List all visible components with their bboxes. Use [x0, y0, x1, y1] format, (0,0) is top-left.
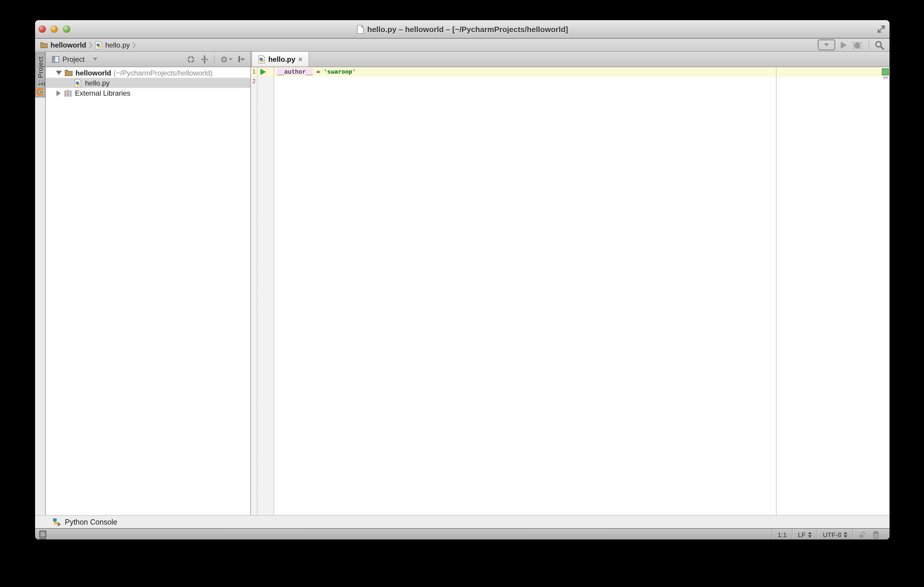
project-tree: helloworld (~/PycharmProjects/helloworld…: [46, 67, 250, 515]
run-toolbar: [818, 39, 884, 51]
hide-panel-icon[interactable]: [238, 55, 246, 63]
chevron-down-icon: [824, 43, 829, 46]
navigation-bar: helloworld hello.py: [35, 39, 889, 52]
tool-window-stripe: 1: Project: [35, 52, 46, 515]
highlight-stripe-marker[interactable]: [883, 77, 888, 79]
tree-row-external-libraries[interactable]: External Libraries: [46, 88, 250, 98]
chevron-right-icon: [89, 41, 93, 48]
gutter-separator: [257, 67, 257, 515]
chevron-down-icon: [229, 58, 233, 60]
tree-row-hello-py[interactable]: hello.py: [46, 78, 250, 88]
zoom-window-button[interactable]: [63, 26, 70, 33]
editor-tab-hello-py[interactable]: hello.py ×: [251, 52, 309, 67]
gear-icon: ⚙: [220, 55, 228, 63]
tree-node-label: hello.py: [85, 79, 110, 87]
unlock-icon[interactable]: [859, 531, 866, 539]
caret-position: 1:1: [777, 531, 787, 538]
tree-node-path: (~/PycharmProjects/helloworld): [114, 69, 213, 77]
header-separator: [214, 55, 215, 63]
run-button[interactable]: [841, 41, 847, 48]
status-bar: 1:1 LF UTF-8: [35, 529, 889, 539]
inspection-hector-icon[interactable]: [872, 530, 880, 539]
expanded-arrow-icon[interactable]: [56, 71, 62, 75]
panel-header-actions: ⚙: [187, 55, 246, 63]
line-number: 1: [251, 67, 256, 77]
caret-position-widget[interactable]: 1:1: [772, 529, 792, 539]
python-console-button[interactable]: Python Console: [52, 518, 117, 526]
python-file-icon: [74, 79, 81, 87]
toggle-tool-window-stripes-icon[interactable]: [39, 531, 46, 538]
pycharm-window: hello.py – helloworld – [~/PycharmProjec…: [35, 20, 889, 539]
view-mode-dropdown-icon[interactable]: [93, 58, 98, 61]
breadcrumb-file[interactable]: hello.py: [95, 41, 130, 49]
updown-stepper-icon: [844, 532, 847, 538]
line-separator-widget[interactable]: LF: [792, 529, 817, 539]
document-icon: [356, 25, 364, 34]
locate-target-icon[interactable]: [187, 55, 195, 63]
folder-icon: [65, 69, 73, 76]
tree-node-label: External Libraries: [75, 89, 130, 97]
breadcrumb-project[interactable]: helloworld: [40, 41, 86, 49]
toolbar-separator: [869, 40, 869, 49]
code-editor[interactable]: 1 2 __author__ = 'swaroop': [251, 67, 889, 515]
search-icon[interactable]: [874, 40, 884, 49]
run-configuration-dropdown[interactable]: [818, 39, 835, 51]
panel-settings-button[interactable]: ⚙: [220, 55, 233, 63]
breadcrumb-label: helloworld: [51, 41, 86, 49]
chevron-right-icon: [132, 41, 137, 48]
tab-label: hello.py: [269, 55, 295, 63]
line-separator: LF: [798, 531, 806, 538]
collapsed-arrow-icon[interactable]: [56, 90, 61, 96]
project-panel: Project: [46, 52, 251, 515]
project-panel-header: Project: [46, 52, 250, 67]
project-tool-window-tab[interactable]: 1: Project: [35, 52, 45, 97]
libraries-books-icon: [64, 89, 72, 97]
editor-column: hello.py × 1 2 __author__ = 'swaroop': [251, 52, 889, 515]
updown-stepper-icon: [808, 532, 812, 538]
main-area: 1: Project Project: [35, 52, 889, 515]
title-bar[interactable]: hello.py – helloworld – [~/PycharmProjec…: [35, 20, 889, 39]
python-file-icon: [258, 55, 266, 63]
window-title-group: hello.py – helloworld – [~/PycharmProjec…: [356, 25, 568, 34]
encoding: UTF-8: [823, 531, 842, 538]
panel-title: Project: [63, 55, 85, 63]
screen: hello.py – helloworld – [~/PycharmProjec…: [0, 0, 924, 587]
gutter-separator: [274, 67, 274, 515]
editor-tab-bar: hello.py ×: [251, 52, 889, 67]
python-console-icon: [52, 518, 61, 526]
right-margin-guide: [776, 67, 777, 515]
project-tab-label: 1: Project: [36, 56, 44, 86]
collapse-all-icon[interactable]: [201, 55, 209, 63]
code-string: 'swaroop': [324, 68, 356, 75]
status-icons: [853, 529, 885, 539]
code-line: __author__ = 'swaroop': [277, 67, 356, 77]
breadcrumb-label: hello.py: [105, 41, 130, 49]
bottom-tool-window-bar: Python Console: [35, 515, 889, 529]
editor-gutter[interactable]: [251, 67, 274, 515]
close-tab-icon[interactable]: ×: [298, 56, 302, 62]
error-stripe[interactable]: [881, 67, 889, 515]
tree-node-label: helloworld: [76, 69, 111, 77]
python-file-icon: [95, 41, 102, 49]
tree-row-project-root[interactable]: helloworld (~/PycharmProjects/helloworld…: [46, 68, 250, 78]
status-widgets: 1:1 LF UTF-8: [772, 529, 885, 539]
run-line-marker-icon[interactable]: [261, 69, 266, 75]
debug-bug-icon[interactable]: [852, 41, 863, 49]
line-number: 2: [251, 77, 256, 86]
inspection-status-indicator[interactable]: [882, 68, 889, 76]
encoding-widget[interactable]: UTF-8: [817, 529, 853, 539]
code-identifier: __author__: [277, 68, 313, 75]
fullscreen-icon[interactable]: [877, 25, 885, 33]
window-title: hello.py – helloworld – [~/PycharmProjec…: [367, 25, 568, 34]
pycharm-logo-icon: [36, 88, 44, 95]
close-window-button[interactable]: [39, 26, 46, 33]
project-view-icon: [52, 56, 59, 62]
python-console-label: Python Console: [65, 518, 117, 526]
minimize-window-button[interactable]: [51, 26, 58, 33]
code-operator: =: [313, 68, 323, 75]
folder-icon: [40, 42, 48, 48]
